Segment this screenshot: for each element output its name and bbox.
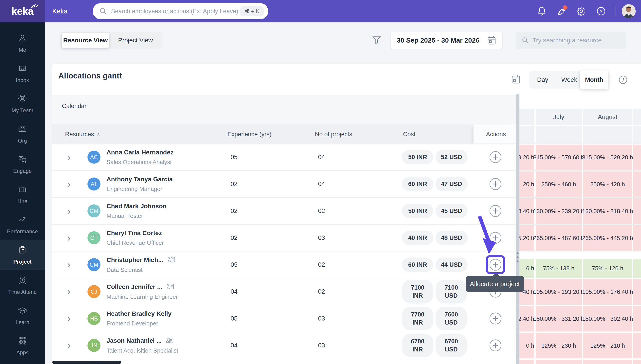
gantt-calendar-button[interactable]	[511, 74, 521, 86]
gantt-cell-prev[interactable]: 8.40 h	[519, 198, 534, 224]
resource-search[interactable]: Try searching a resource	[516, 32, 626, 49]
resource-name[interactable]: Chad Mark Johnson	[107, 202, 167, 210]
resource-name[interactable]: Heather Bradley Kelly	[107, 310, 171, 318]
gantt-cell-prev[interactable]: 2.40 h	[519, 306, 534, 332]
column-header-cost: Cost	[403, 131, 416, 138]
resource-name[interactable]: Colleen Jennifer ...	[107, 283, 162, 290]
filter-button[interactable]	[371, 34, 382, 46]
allocate-project-button[interactable]	[489, 312, 502, 325]
settings-button[interactable]	[571, 0, 591, 22]
gantt-cell-next[interactable]	[633, 225, 641, 251]
gantt-cell-august[interactable]: 75% - 126 h	[583, 259, 632, 278]
whats-new-button[interactable]	[552, 0, 571, 22]
allocate-project-button[interactable]	[489, 151, 502, 164]
row-expand-chevron[interactable]: ›	[67, 152, 71, 162]
gantt-cell-july[interactable]	[536, 360, 582, 364]
gantt-cell-next[interactable]	[633, 259, 641, 278]
gantt-cell-july[interactable]: 105.00% - 193.20 h	[536, 279, 582, 304]
allocate-project-button[interactable]	[489, 339, 502, 352]
gantt-cell-next[interactable]	[633, 279, 641, 304]
allocate-project-button[interactable]	[489, 232, 502, 244]
keka-app: keka Keka Search employees or actions (E…	[0, 0, 641, 364]
gantt-cell-august[interactable]: 265.00% - 445.20 h	[583, 225, 632, 251]
gantt-cell-august[interactable]	[583, 360, 632, 364]
sidebar-item-time-attend[interactable]: Time Attend	[0, 270, 45, 300]
gantt-cell-next[interactable]	[633, 306, 641, 332]
resource-name[interactable]: Jason Nathaniel ...	[107, 337, 162, 344]
tab-month[interactable]: Month	[580, 70, 608, 90]
gantt-cell-prev[interactable]: 45.20 h	[519, 225, 534, 251]
tab-resource-view[interactable]: Resource View	[62, 33, 109, 48]
topbar-icons: ?	[532, 0, 641, 22]
tab-project-view[interactable]: Project View	[108, 37, 163, 44]
row-expand-chevron[interactable]: ›	[67, 314, 71, 324]
info-button[interactable]: i	[618, 75, 628, 86]
sidebar-item-inbox[interactable]: Inbox	[0, 58, 45, 89]
table-row: ›JN Jason Nathaniel ... Talent Acquisiti…	[52, 332, 641, 358]
sidebar-item-hire[interactable]: Hire	[0, 180, 45, 210]
sidebar-item-learn[interactable]: Learn	[0, 300, 45, 331]
column-header-resources[interactable]: Resources∧	[65, 131, 100, 138]
user-avatar[interactable]	[622, 4, 635, 18]
horizontal-scrollbar-thumb[interactable]	[52, 361, 121, 364]
sidebar-item-engage[interactable]: Engage	[0, 149, 45, 180]
gantt-cell-july[interactable]: 180.00% - 331.20 h	[536, 306, 582, 332]
resource-name[interactable]: Christopher Mich...	[107, 256, 164, 264]
gantt-cell-next[interactable]	[633, 360, 641, 364]
global-search[interactable]: Search employees or actions (Ex: Apply L…	[93, 3, 268, 19]
person-icon	[18, 34, 27, 44]
row-expand-chevron[interactable]: ›	[67, 260, 71, 270]
gantt-cell-prev[interactable]: 0 h	[519, 333, 534, 358]
gantt-splitter[interactable]	[516, 94, 519, 364]
tab-week[interactable]: Week	[556, 76, 583, 84]
sidebar-item-project[interactable]: Project	[0, 240, 45, 270]
sidebar-item-org[interactable]: Org	[0, 119, 45, 149]
cost-pill: 40 INR	[402, 231, 433, 245]
row-expand-chevron[interactable]: ›	[67, 340, 71, 350]
sidebar-item-apps[interactable]: Apps	[0, 331, 45, 361]
gantt-cell-july[interactable]: 315.00% - 579.60 h	[536, 144, 582, 170]
gantt-cell-prev[interactable]: 20 h	[519, 172, 534, 197]
gantt-cell-july[interactable]: 265.00% - 487.60 h	[536, 225, 582, 251]
row-expand-chevron[interactable]: ›	[67, 233, 71, 243]
gantt-row: 6 h 75% - 138 h 75% - 126 h	[519, 252, 641, 278]
gantt-cell-next[interactable]	[633, 144, 641, 170]
resource-name[interactable]: Anthony Tanya Garcia	[107, 176, 173, 183]
sidebar-item-performance[interactable]: Performance	[0, 210, 45, 240]
gantt-cell-next[interactable]	[633, 172, 641, 197]
gantt-cell-prev[interactable]	[519, 360, 534, 364]
allocate-project-button[interactable]	[489, 205, 502, 217]
gantt-cell-july[interactable]: 250% - 460 h	[536, 172, 582, 197]
date-range-picker[interactable]: 30 Sep 2025 - 30 Mar 2026	[390, 32, 503, 49]
resource-name[interactable]: Cheryl Tina Cortez	[107, 230, 162, 237]
shortcut-chip: ⌘ + K	[240, 6, 264, 16]
allocate-project-button[interactable]	[489, 258, 502, 271]
sidebar-item-me[interactable]: Me	[0, 28, 45, 58]
row-expand-chevron[interactable]: ›	[67, 179, 71, 189]
resource-role: Talent Acquisition Specialist	[107, 347, 178, 354]
tab-day[interactable]: Day	[529, 76, 556, 84]
gantt-cell-prev[interactable]: 6 h	[519, 259, 534, 278]
gantt-cell-july[interactable]: 130.00% - 239.20 h	[536, 198, 582, 224]
gantt-cell-july[interactable]: 125% - 230 h	[536, 333, 582, 358]
allocate-project-button[interactable]	[489, 178, 502, 190]
row-expand-chevron[interactable]: ›	[67, 206, 71, 216]
resource-name[interactable]: Anna Carla Hernandez	[107, 149, 174, 156]
gantt-cell-august[interactable]: 180.00% - 302.40 h	[583, 306, 632, 332]
notifications-button[interactable]	[532, 0, 552, 22]
gantt-cell-next[interactable]	[633, 198, 641, 224]
gantt-cell-july[interactable]: 75% - 138 h	[536, 259, 582, 278]
notification-badge	[563, 6, 567, 10]
gantt-cell-august[interactable]: 130.00% - 218.40 h	[583, 198, 632, 224]
gantt-cell-august[interactable]: 315.00% - 529.20 h	[583, 144, 632, 170]
row-expand-chevron[interactable]: ›	[67, 287, 71, 296]
keka-logo[interactable]: keka	[0, 0, 45, 22]
sidebar-item-my-team[interactable]: My Team	[0, 89, 45, 119]
gantt-cell-prev[interactable]: 29.20 h	[519, 144, 534, 170]
gantt-cell-next[interactable]	[633, 333, 641, 358]
help-button[interactable]: ?	[591, 0, 611, 22]
projects-value: 03	[318, 234, 325, 242]
gantt-cell-august[interactable]: 105.00% - 176.40 h	[583, 279, 632, 304]
gantt-cell-august[interactable]: 125% - 210 h	[583, 333, 632, 358]
gantt-cell-august[interactable]: 250% - 420 h	[583, 172, 632, 197]
